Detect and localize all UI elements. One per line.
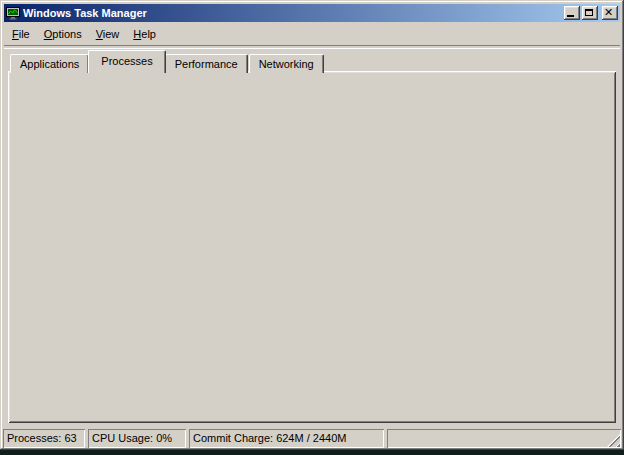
- menu-options[interactable]: Options: [37, 26, 89, 42]
- resize-grip[interactable]: [607, 434, 620, 447]
- tab-performance[interactable]: Performance: [165, 54, 248, 73]
- task-manager-window: Windows Task Manager ✕ File Options View…: [0, 0, 624, 450]
- tab-networking[interactable]: Networking: [249, 54, 324, 73]
- menu-bar: File Options View Help: [5, 25, 163, 42]
- window-title: Windows Task Manager: [23, 7, 147, 19]
- status-commit-charge: Commit Charge: 624M / 2440M: [189, 429, 384, 448]
- processes-tab-page: [8, 71, 616, 423]
- minimize-button[interactable]: [564, 6, 580, 20]
- status-cpu-usage: CPU Usage: 0%: [88, 429, 186, 448]
- minimize-icon: [567, 15, 574, 17]
- maximize-button[interactable]: [582, 6, 598, 20]
- menu-divider: [4, 45, 620, 49]
- status-empty-panel: [387, 429, 621, 448]
- tab-processes[interactable]: Processes: [88, 50, 165, 73]
- close-button[interactable]: ✕: [602, 6, 618, 20]
- menu-view[interactable]: View: [89, 26, 127, 42]
- task-manager-icon: [6, 6, 20, 20]
- menu-file[interactable]: File: [5, 26, 37, 42]
- close-icon: ✕: [604, 7, 613, 18]
- tab-applications[interactable]: Applications: [10, 54, 89, 73]
- tab-strip: Applications Processes Performance Netwo…: [10, 50, 325, 73]
- menu-help[interactable]: Help: [126, 26, 163, 42]
- status-processes: Processes: 63: [3, 429, 85, 448]
- maximize-icon: [585, 9, 593, 16]
- title-bar[interactable]: Windows Task Manager ✕: [4, 4, 620, 22]
- status-bar: Processes: 63 CPU Usage: 0% Commit Charg…: [3, 428, 621, 448]
